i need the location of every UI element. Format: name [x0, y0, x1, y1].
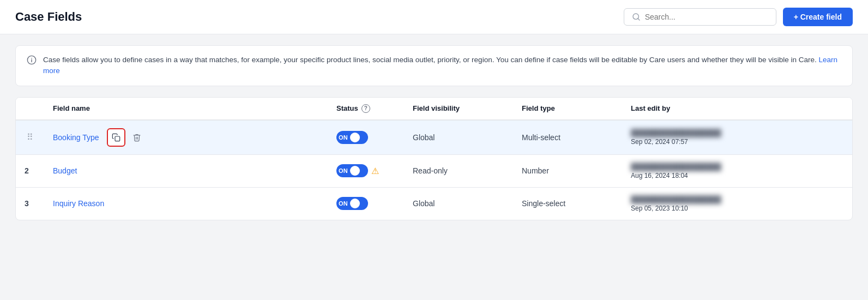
duplicate-field-button[interactable]	[107, 128, 125, 147]
status-toggle[interactable]: ON	[336, 197, 368, 210]
last-edit-date: Sep 05, 2023 10:10	[631, 205, 843, 212]
table-row: ⠿ Booking Type	[16, 120, 852, 155]
last-edit-date: Aug 16, 2024 18:04	[631, 172, 843, 179]
search-box[interactable]	[624, 8, 776, 26]
field-name-cell: Booking Type	[44, 120, 328, 155]
toggle-knob	[350, 199, 360, 208]
col-header-field-type: Field type	[513, 98, 622, 120]
info-banner: Case fields allow you to define cases in…	[15, 45, 853, 86]
visibility-cell: Global	[404, 120, 513, 155]
last-edit-cell: ██████████████████ Sep 05, 2023 10:10	[622, 187, 852, 220]
status-cell: ON	[328, 120, 404, 155]
page-title: Case Fields	[15, 10, 82, 24]
toggle-label: ON	[339, 200, 348, 207]
fields-table: Field name Status ? Field visibility Fie…	[16, 98, 852, 220]
table-header-row: Field name Status ? Field visibility Fie…	[16, 98, 852, 120]
search-icon	[632, 13, 641, 21]
last-edit-cell: ██████████████████ Aug 16, 2024 18:04	[622, 154, 852, 187]
last-edit-date: Sep 02, 2024 07:57	[631, 138, 843, 146]
svg-point-4	[31, 58, 32, 59]
status-cell: ON ⚠	[328, 154, 404, 187]
toggle-knob	[350, 166, 360, 176]
svg-rect-5	[115, 136, 120, 141]
delete-field-button[interactable]	[129, 129, 145, 146]
last-edit-user: ██████████████████	[631, 195, 843, 203]
create-field-button[interactable]: + Create field	[783, 8, 853, 26]
warning-icon: ⚠	[371, 166, 379, 176]
field-name-link[interactable]: Booking Type	[53, 133, 99, 142]
last-edit-cell: ██████████████████ Sep 02, 2024 07:57	[622, 120, 852, 155]
field-type-cell: Multi-select	[513, 120, 622, 155]
fields-table-wrapper: Field name Status ? Field visibility Fie…	[15, 97, 853, 220]
toggle-knob	[350, 133, 360, 142]
col-header-field-visibility: Field visibility	[404, 98, 513, 120]
search-input[interactable]	[645, 13, 768, 21]
copy-icon	[112, 133, 120, 142]
visibility-cell: Global	[404, 187, 513, 220]
status-toggle[interactable]: ON	[336, 164, 368, 177]
col-header-field-name: Field name	[44, 98, 328, 120]
row-number: 2	[25, 166, 35, 175]
drag-cell: ⠿	[16, 120, 44, 155]
last-edit-user: ██████████████████	[631, 129, 843, 137]
info-icon	[27, 55, 37, 65]
row-number-cell: 2	[16, 154, 44, 187]
trash-icon	[132, 133, 141, 142]
field-type-cell: Single-select	[513, 187, 622, 220]
row-number: 3	[25, 199, 35, 208]
info-banner-text: Case fields allow you to define cases in…	[43, 55, 841, 77]
toggle-label: ON	[339, 167, 348, 174]
row-number-cell: 3	[16, 187, 44, 220]
drag-handle[interactable]: ⠿	[25, 132, 35, 142]
field-name-cell: Inquiry Reason	[44, 187, 328, 220]
status-toggle[interactable]: ON	[336, 131, 368, 144]
col-header-last-edit: Last edit by	[622, 98, 852, 120]
header-actions: + Create field	[624, 8, 853, 26]
status-help-icon[interactable]: ?	[361, 104, 370, 113]
field-actions	[107, 128, 145, 147]
field-name-link[interactable]: Budget	[53, 166, 77, 175]
page-header: Case Fields + Create field	[0, 0, 868, 34]
main-content: Case fields allow you to define cases in…	[0, 34, 868, 231]
field-name-cell: Budget	[44, 154, 328, 187]
col-header-drag	[16, 98, 44, 120]
status-cell: ON	[328, 187, 404, 220]
col-header-status: Status ?	[328, 98, 404, 120]
visibility-cell: Read-only	[404, 154, 513, 187]
table-row: 2 Budget ON ⚠ Read-o	[16, 154, 852, 187]
field-type-cell: Number	[513, 154, 622, 187]
table-row: 3 Inquiry Reason ON Global	[16, 187, 852, 220]
toggle-label: ON	[339, 134, 348, 141]
last-edit-user: ██████████████████	[631, 163, 843, 171]
field-name-link[interactable]: Inquiry Reason	[53, 199, 104, 208]
svg-line-1	[637, 19, 639, 20]
